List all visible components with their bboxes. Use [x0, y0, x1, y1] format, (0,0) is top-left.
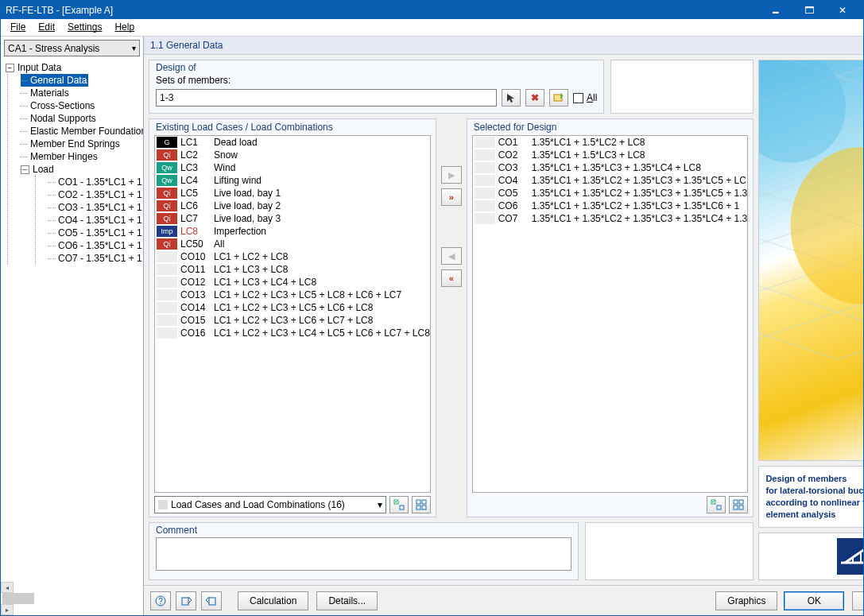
svg-rect-3	[417, 500, 420, 504]
scroll-right-icon[interactable]: ▸	[1, 604, 14, 615]
selected-row[interactable]: CO21.35*LC1 + 1.5*LC3 + LC8	[473, 149, 748, 161]
pick-from-model-button[interactable]	[502, 89, 521, 107]
tree-item[interactable]: General Data	[21, 74, 88, 87]
load-case-row[interactable]: CO13LC1 + LC2 + LC3 + LC5 + LC8 + LC6 + …	[155, 289, 430, 301]
deselect-all-selected-button[interactable]	[729, 496, 748, 513]
selected-row[interactable]: CO61.35*LC1 + 1.35*LC2 + 1.35*LC3 + 1.35…	[473, 200, 748, 212]
load-case-row[interactable]: CO10LC1 + LC2 + LC8	[155, 250, 430, 263]
selected-list[interactable]: CO11.35*LC1 + 1.5*LC2 + LC8CO21.35*LC1 +…	[472, 135, 749, 493]
tree-load-node[interactable]: −Load	[21, 163, 143, 176]
tree-root[interactable]: −Input Data	[2, 61, 143, 74]
load-case-row[interactable]: QwLC3Wind	[155, 161, 430, 174]
selected-row[interactable]: CO11.35*LC1 + 1.5*LC2 + LC8	[473, 136, 748, 149]
tree-load-item[interactable]: CO2 - 1.35*LC1 + 1.5*LC3	[48, 188, 143, 201]
load-case-row[interactable]: ImpLC8Imperfection	[155, 225, 430, 238]
new-set-button[interactable]	[549, 89, 568, 107]
menu-help[interactable]: Help	[108, 19, 141, 36]
sets-of-members-label: Sets of members:	[156, 75, 597, 86]
menu-settings[interactable]: Settings	[61, 19, 108, 36]
load-case-row[interactable]: CO16LC1 + LC2 + LC3 + LC4 + LC5 + LC6 + …	[155, 327, 430, 339]
all-checkbox[interactable]: All	[573, 92, 597, 103]
cancel-button[interactable]: Cancel	[852, 591, 863, 610]
tree-load-item[interactable]: CO4 - 1.35*LC1 + 1.35*LC2	[48, 214, 143, 227]
import-button[interactable]	[201, 591, 222, 610]
deselect-all-existing-button[interactable]	[412, 496, 431, 513]
desc-line-2: for lateral-torsional buckling	[765, 486, 863, 495]
tree-load-item[interactable]: CO5 - 1.35*LC1 + 1.35*LC2	[48, 227, 143, 239]
selected-row[interactable]: CO31.35*LC1 + 1.35*LC3 + 1.35*LC4 + LC8	[473, 161, 748, 174]
graphics-button[interactable]: Graphics	[715, 591, 777, 610]
tree-item[interactable]: Member End Springs	[21, 138, 143, 150]
minimize-button[interactable]: 🗕	[760, 2, 792, 18]
details-button[interactable]: Details...	[316, 591, 378, 610]
add-one-button[interactable]: ▶	[441, 166, 462, 184]
filter-swatch-icon	[158, 500, 168, 509]
svg-rect-6	[422, 506, 426, 509]
load-case-row[interactable]: CO15LC1 + LC2 + LC3 + LC6 + LC7 + LC8	[155, 314, 430, 327]
close-button[interactable]: ✕	[827, 2, 858, 18]
collapse-icon[interactable]: −	[21, 165, 29, 174]
load-case-id: CO12	[180, 276, 214, 289]
existing-list[interactable]: GLC1Dead loadQiLC2SnowQwLC3WindQwLC4Lift…	[154, 135, 431, 493]
load-case-id: CO15	[180, 314, 214, 327]
load-case-desc: LC1 + LC3 + LC8	[214, 263, 430, 276]
remove-all-button[interactable]: «	[441, 269, 462, 287]
tree-load-item[interactable]: CO6 - 1.35*LC1 + 1.35*LC2	[48, 239, 143, 252]
analysis-combo[interactable]: CA1 - Stress Analysis ▾	[4, 40, 140, 56]
combo-id: CO3	[498, 161, 532, 174]
scroll-thumb[interactable]	[2, 593, 34, 604]
nav-hscrollbar[interactable]: ◂ ▸	[1, 582, 143, 615]
load-case-row[interactable]: QiLC5Live load, bay 1	[155, 187, 430, 200]
load-case-row[interactable]: CO11LC1 + LC3 + LC8	[155, 263, 430, 276]
collapse-icon[interactable]: −	[6, 64, 14, 72]
ok-button[interactable]: OK	[784, 591, 844, 610]
selected-row[interactable]: CO41.35*LC1 + 1.35*LC2 + 1.35*LC3 + 1.35…	[473, 174, 748, 187]
load-case-desc: LC1 + LC2 + LC8	[214, 250, 430, 263]
selected-row[interactable]: CO71.35*LC1 + 1.35*LC2 + 1.35*LC3 + 1.35…	[473, 212, 748, 225]
tree-item[interactable]: Elastic Member Foundations	[21, 125, 143, 138]
load-case-row[interactable]: QwLC4Lifting wind	[155, 174, 430, 187]
load-case-row[interactable]: QiLC7Live load, bay 3	[155, 212, 430, 225]
load-case-row[interactable]: CO14LC1 + LC2 + LC3 + LC5 + LC6 + LC8	[155, 301, 430, 314]
load-case-row[interactable]: QiLC6Live load, bay 2	[155, 200, 430, 212]
selected-row[interactable]: CO51.35*LC1 + 1.35*LC2 + 1.35*LC3 + 1.35…	[473, 187, 748, 200]
design-aside-box	[610, 60, 754, 114]
menu-file[interactable]: File	[4, 19, 32, 36]
tree-load-item[interactable]: CO7 - 1.35*LC1 + 1.35*LC2	[48, 252, 143, 265]
bridge-icon	[841, 540, 863, 572]
sets-of-members-input[interactable]	[156, 89, 497, 107]
load-case-id: CO10	[180, 250, 214, 263]
load-case-row[interactable]: CO12LC1 + LC3 + LC4 + LC8	[155, 276, 430, 289]
tree-item[interactable]: Materials	[21, 87, 143, 99]
calculation-button[interactable]: Calculation	[238, 591, 308, 610]
help-button[interactable]: ?	[150, 591, 171, 610]
tree-load-item[interactable]: CO3 - 1.35*LC1 + 1.35*LC2	[48, 201, 143, 214]
clear-selection-button[interactable]: ✖	[525, 89, 544, 107]
load-case-desc: LC1 + LC2 + LC3 + LC5 + LC6 + LC8	[214, 301, 430, 314]
tree-item[interactable]: Cross-Sections	[21, 99, 143, 112]
scroll-left-icon[interactable]: ◂	[1, 582, 14, 593]
category-tag	[475, 200, 495, 211]
tree-load-item[interactable]: CO1 - 1.35*LC1 + 1.5*LC2	[48, 176, 143, 188]
filter-combo[interactable]: Load Cases and Load Combinations (16) ▾	[154, 496, 386, 513]
select-all-selected-button[interactable]	[707, 496, 726, 513]
desc-line-1: Design of members	[765, 474, 847, 483]
add-all-button[interactable]: »	[441, 188, 462, 206]
tree-item[interactable]: Member Hinges	[21, 150, 143, 163]
lattice-icon	[759, 60, 863, 359]
export-button[interactable]	[176, 591, 196, 610]
load-case-row[interactable]: GLC1Dead load	[155, 136, 430, 149]
select-all-existing-button[interactable]	[389, 496, 409, 513]
load-case-row[interactable]: QiLC2Snow	[155, 149, 430, 161]
maximize-button[interactable]: 🗖	[793, 2, 825, 18]
combo-id: CO2	[498, 149, 532, 161]
combo-id: CO6	[498, 200, 532, 212]
tree-item[interactable]: Nodal Supports	[21, 112, 143, 125]
comment-input[interactable]	[156, 537, 571, 571]
combo-id: CO1	[498, 136, 532, 149]
menu-edit[interactable]: Edit	[32, 19, 61, 36]
load-case-row[interactable]: QiLC50All	[155, 238, 430, 250]
remove-one-button[interactable]: ◀	[441, 247, 462, 265]
app-window: RF-FE-LTB - [Example A] 🗕 🗖 ✕ File Edit …	[0, 0, 864, 616]
category-tag: Qi	[157, 238, 177, 250]
